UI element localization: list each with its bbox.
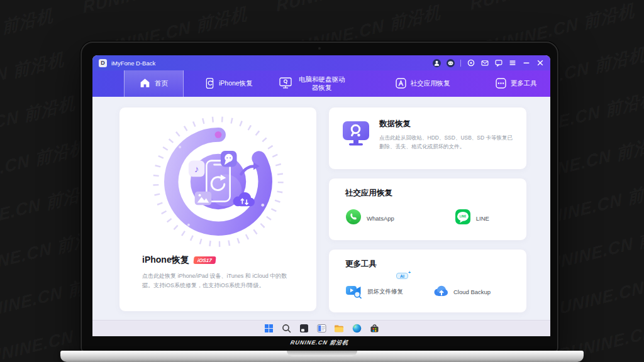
whatsapp-item[interactable]: WhatsApp	[345, 209, 394, 228]
laptop-base	[60, 351, 584, 362]
app-logo: D	[99, 59, 107, 67]
laptop-screen: D iMyFone D-Back	[80, 41, 558, 352]
pc-recovery-icon	[279, 77, 292, 90]
app-identity: D iMyFone D-Back	[99, 59, 155, 67]
laptop-brand-logo: RUNINE.CN 前沿机	[81, 339, 558, 347]
more-tools-card: 更多工具 AI	[328, 249, 527, 313]
iphone-recovery-icon	[205, 77, 214, 90]
windows-taskbar	[92, 320, 550, 336]
search-icon[interactable]	[281, 323, 292, 334]
home-icon	[140, 78, 150, 89]
menu-icon[interactable]	[508, 59, 516, 67]
titlebar-separator	[460, 60, 461, 67]
app-title: iMyFone D-Back	[111, 60, 155, 67]
data-recovery-description: 点击此处从回收站、HDD、SSD、USB、SD 卡等恢复已删除、丢失、格式化或损…	[379, 134, 514, 151]
tab-home[interactable]: 首页	[124, 70, 184, 97]
task-view-icon[interactable]	[299, 323, 309, 334]
nav-tabs: 首页 iPhone恢复 电脑和硬盘驱动器恢复	[92, 70, 550, 97]
app-titlebar: D iMyFone D-Back	[92, 55, 550, 70]
data-recovery-title: 数据恢复	[379, 119, 514, 129]
edge-icon[interactable]	[352, 323, 362, 334]
webcam-dot	[318, 47, 321, 50]
file-repair-item[interactable]: AI	[345, 282, 403, 301]
iphone-card-description: 点击此处恢复 iPhone/iPad 设备、iTunes 和 iCloud 中的…	[142, 272, 295, 290]
line-label: LINE	[476, 215, 489, 222]
tab-label: iPhone恢复	[219, 79, 253, 88]
svg-text:♪: ♪	[194, 164, 198, 174]
tab-more-tools[interactable]: 更多工具	[488, 70, 545, 97]
right-column: 数据恢复 点击此处从回收站、HDD、SSD、USB、SD 卡等恢复已删除、丢失、…	[328, 107, 527, 313]
social-recovery-card: 社交应用恢复	[328, 178, 527, 241]
discord-icon[interactable]	[447, 59, 455, 67]
whatsapp-label: WhatsApp	[367, 215, 394, 222]
more-tools-icon	[496, 78, 506, 90]
data-recovery-monitor-icon	[341, 119, 370, 169]
ios-version-badge: iOS17	[193, 256, 216, 264]
social-recovery-icon	[396, 78, 406, 90]
tab-label: 更多工具	[511, 79, 537, 88]
laptop-display: D iMyFone D-Back	[92, 55, 550, 336]
main-content: ♪	[92, 97, 550, 320]
tab-social-recovery[interactable]: 社交应用恢复	[388, 70, 458, 97]
whatsapp-icon	[345, 209, 362, 228]
background: RUNINE.CN 前沿机RUNINE.CN 前沿机RUNINE.CN 前沿机R…	[0, 0, 644, 362]
feedback-icon[interactable]	[494, 59, 502, 67]
svg-text:LINE: LINE	[460, 215, 466, 218]
rewards-icon[interactable]	[467, 59, 475, 67]
widgets-icon[interactable]	[316, 323, 327, 334]
close-icon[interactable]	[536, 59, 544, 67]
line-icon: LINE	[455, 209, 471, 228]
tools-card-title: 更多工具	[345, 259, 510, 270]
tab-iphone-recovery[interactable]: iPhone恢复	[197, 70, 260, 97]
iphone-recovery-illustration: ♪	[144, 111, 292, 253]
tab-label: 社交应用恢复	[411, 79, 450, 88]
social-card-title: 社交应用恢复	[345, 188, 510, 199]
data-recovery-card[interactable]: 数据恢复 点击此处从回收站、HDD、SSD、USB、SD 卡等恢复已删除、丢失、…	[328, 107, 527, 170]
account-icon[interactable]	[433, 59, 441, 67]
file-repair-label: 损坏文件修复	[367, 288, 403, 296]
tab-label: 首页	[155, 79, 168, 88]
file-explorer-icon[interactable]	[334, 323, 345, 334]
minimize-icon[interactable]	[522, 59, 530, 67]
tab-pc-recovery[interactable]: 电脑和硬盘驱动器恢复	[272, 70, 355, 97]
tab-label: 电脑和硬盘驱动器恢复	[296, 75, 348, 92]
cloud-backup-icon	[432, 282, 448, 301]
mail-icon[interactable]	[480, 59, 489, 67]
laptop-notch	[287, 351, 357, 356]
ai-badge: AI	[396, 273, 408, 279]
store-icon[interactable]	[369, 323, 380, 334]
line-item[interactable]: LINE LINE	[455, 209, 489, 228]
cloud-backup-item[interactable]: Cloud Backup	[432, 282, 491, 301]
iphone-card-title: iPhone恢复	[142, 255, 189, 266]
file-repair-icon	[345, 282, 362, 301]
iphone-recovery-card[interactable]: ♪	[119, 107, 317, 312]
cloud-backup-label: Cloud Backup	[453, 288, 491, 295]
start-icon[interactable]	[264, 323, 274, 334]
